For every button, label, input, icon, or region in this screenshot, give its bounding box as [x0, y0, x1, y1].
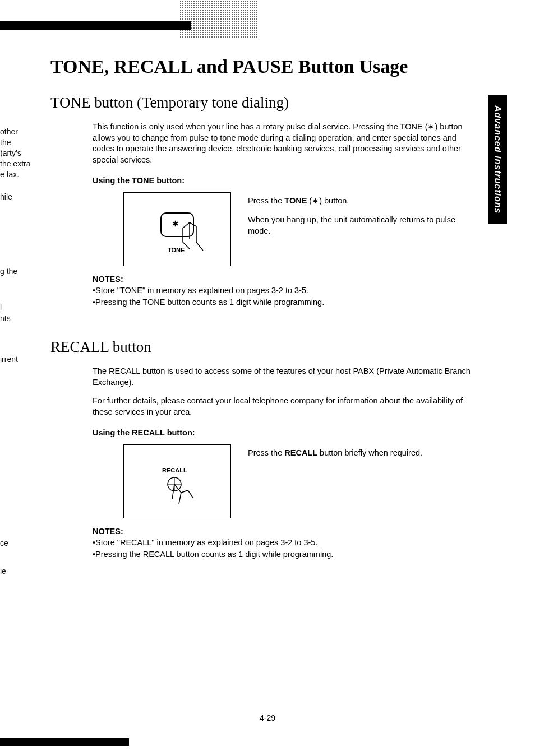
tone-intro: This function is only used when your lin… [93, 122, 474, 165]
tone-using-label: Using the TONE button: [93, 175, 474, 187]
scan-artifact-bar [0, 21, 191, 30]
offpage-fragment: ce [0, 538, 8, 549]
tone-notes-heading: NOTES: [93, 274, 474, 285]
recall-note-2: •Pressing the RECALL button counts as 1 … [93, 549, 474, 560]
recall-figure: RECALL [123, 444, 231, 518]
section-heading-recall: RECALL button [50, 338, 477, 356]
offpage-fragment: the [0, 137, 11, 148]
page-number: 4-29 [0, 713, 535, 722]
page-title: TONE, RECALL and PAUSE Button Usage [50, 56, 477, 77]
tone-figure-caption: Press the TONE (∗) button. When you hang… [248, 192, 474, 237]
section-heading-tone: TONE button (Temporary tone dialing) [50, 94, 477, 112]
recall-p2: For further details, please contact your… [93, 396, 474, 418]
section-tab-label: Advanced Instructions [492, 105, 502, 214]
offpage-fragment: l [0, 303, 2, 313]
offpage-fragment: nts [0, 313, 11, 324]
offpage-fragment: the extra [0, 159, 30, 169]
offpage-fragment: e fax. [0, 169, 19, 180]
recall-key-label: RECALL [162, 466, 187, 475]
tone-note-1: •Store "TONE" in memory as explained on … [93, 285, 474, 296]
recall-notes-heading: NOTES: [93, 526, 474, 537]
section-tab: Advanced Instructions [488, 95, 507, 224]
offpage-fragment: )arty's [0, 148, 21, 159]
recall-p1: The RECALL button is used to access some… [93, 366, 474, 388]
offpage-fragment: hile [0, 192, 12, 202]
finger-press-icon [164, 476, 204, 515]
recall-using-label: Using the RECALL button: [93, 428, 474, 439]
scan-artifact [179, 0, 258, 39]
offpage-fragment: ie [0, 566, 6, 577]
tone-figure: ∗ TONE [123, 192, 231, 266]
recall-figure-caption: Press the RECALL button briefly when req… [248, 444, 422, 458]
finger-press-icon [177, 220, 211, 259]
scan-artifact-bottom [0, 738, 129, 746]
offpage-fragment: irrent [0, 354, 18, 365]
tone-note-2: •Pressing the TONE button counts as 1 di… [93, 296, 474, 308]
offpage-fragment: g the [0, 266, 17, 277]
offpage-fragment: other [0, 127, 18, 137]
recall-note-1: •Store "RECALL" in memory as explained o… [93, 537, 474, 548]
